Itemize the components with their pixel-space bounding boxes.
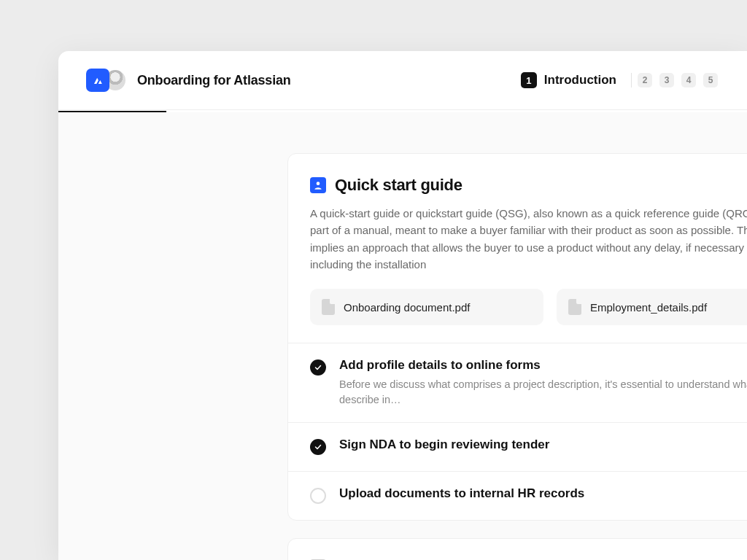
task-description: Before we discuss what comprises a proje… bbox=[339, 377, 747, 408]
task-body: Add profile details to online forms Befo… bbox=[339, 358, 747, 408]
step-future-list: 2 3 4 5 bbox=[631, 73, 718, 88]
attachment-item[interactable]: Onboarding document.pdf bbox=[310, 289, 543, 325]
task-title: Add profile details to online forms bbox=[339, 358, 747, 373]
task-list: Add profile details to online forms Befo… bbox=[288, 343, 747, 520]
task-row[interactable]: Add profile details to online forms Befo… bbox=[288, 343, 747, 423]
card-resource-allowance: Resource allowance requisition bbox=[287, 538, 747, 560]
task-row[interactable]: Sign NDA to begin reviewing tender bbox=[288, 423, 747, 472]
task-title: Upload documents to internal HR records bbox=[339, 486, 747, 501]
card-quick-start: Quick start guide A quick-start guide or… bbox=[287, 153, 747, 521]
step-current[interactable]: 1 Introduction bbox=[521, 72, 616, 88]
card-description: A quick-start guide or quickstart guide … bbox=[310, 205, 747, 273]
task-body: Upload documents to internal HR records bbox=[339, 486, 747, 505]
checkmark-icon[interactable] bbox=[310, 359, 326, 376]
person-icon bbox=[310, 177, 326, 193]
step-number-badge: 1 bbox=[521, 72, 537, 88]
step-future-2[interactable]: 2 bbox=[638, 73, 652, 88]
app-window: Onboarding for Atlassian 1 Introduction … bbox=[58, 51, 747, 560]
attachments-row: Onboarding document.pdf Employment_detai… bbox=[310, 289, 747, 325]
task-row[interactable]: Upload documents to internal HR records bbox=[288, 472, 747, 520]
svg-point-0 bbox=[317, 182, 320, 185]
step-future-3[interactable]: 3 bbox=[659, 73, 674, 88]
task-title: Sign NDA to begin reviewing tender bbox=[339, 438, 747, 452]
file-icon bbox=[568, 299, 581, 315]
page-title: Onboarding for Atlassian bbox=[137, 73, 291, 88]
company-logo-icon bbox=[86, 69, 109, 92]
card-header: Quick start guide bbox=[310, 176, 747, 195]
step-label: Introduction bbox=[544, 73, 616, 88]
header-bar: Onboarding for Atlassian 1 Introduction … bbox=[58, 51, 747, 110]
attachment-name: Employment_details.pdf bbox=[590, 301, 707, 314]
checkmark-icon[interactable] bbox=[310, 439, 326, 455]
avatar-stack bbox=[86, 69, 127, 92]
card-title: Quick start guide bbox=[335, 176, 462, 195]
step-nav: 1 Introduction 2 3 4 5 bbox=[521, 72, 718, 88]
step-future-5[interactable]: 5 bbox=[703, 73, 718, 88]
header-left: Onboarding for Atlassian bbox=[86, 69, 291, 92]
task-body: Sign NDA to begin reviewing tender bbox=[339, 438, 747, 456]
file-icon bbox=[322, 299, 335, 315]
attachment-name: Onboarding document.pdf bbox=[344, 301, 470, 314]
step-future-4[interactable]: 4 bbox=[681, 73, 696, 88]
unchecked-circle-icon[interactable] bbox=[310, 488, 326, 504]
attachment-item[interactable]: Employment_details.pdf bbox=[557, 289, 747, 325]
content-area: Quick start guide A quick-start guide or… bbox=[58, 112, 747, 560]
